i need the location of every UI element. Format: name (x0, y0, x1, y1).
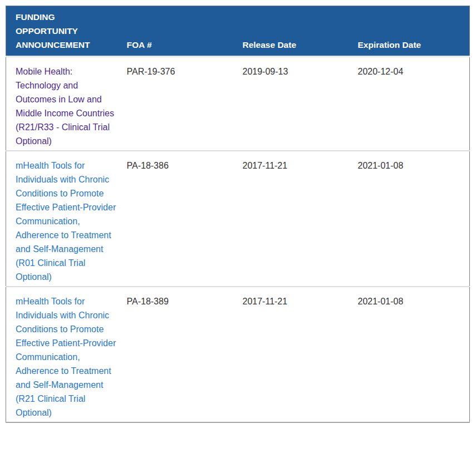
expiration-date-cell: 2021-01-08 (349, 287, 470, 422)
foa-title-cell: mHealth Tools for Individuals with Chron… (6, 287, 117, 422)
foa-title-cell: mHealth Tools for Individuals with Chron… (6, 151, 117, 287)
release-date-cell: 2017-11-21 (233, 287, 349, 422)
column-header-release-date: Release Date (233, 6, 349, 57)
table-body: Mobile Health: Technology and Outcomes i… (6, 57, 470, 423)
foa-title-link[interactable]: mHealth Tools for Individuals with Chron… (16, 294, 117, 420)
column-header-foa-number: FOA # (117, 6, 233, 57)
column-header-funding-opportunity-announcement: FUNDING OPPORTUNITY ANNOUNCEMENT (6, 6, 117, 57)
expiration-date-cell: 2021-01-08 (349, 151, 470, 287)
expiration-date-cell: 2020-12-04 (349, 57, 470, 151)
foa-title-link[interactable]: Mobile Health: Technology and Outcomes i… (16, 65, 117, 148)
page: FUNDING OPPORTUNITY ANNOUNCEMENT FOA # R… (0, 0, 476, 453)
foa-title-link[interactable]: mHealth Tools for Individuals with Chron… (16, 159, 117, 284)
foa-title-cell: Mobile Health: Technology and Outcomes i… (6, 57, 117, 151)
table-row: Mobile Health: Technology and Outcomes i… (6, 57, 470, 151)
foa-number-cell: PA-18-389 (117, 287, 233, 422)
foa-number-cell: PAR-19-376 (117, 57, 233, 151)
funding-opportunity-table: FUNDING OPPORTUNITY ANNOUNCEMENT FOA # R… (6, 6, 470, 423)
table-row: mHealth Tools for Individuals with Chron… (6, 287, 470, 422)
table-row: mHealth Tools for Individuals with Chron… (6, 151, 470, 287)
foa-number-cell: PA-18-386 (117, 151, 233, 287)
release-date-cell: 2017-11-21 (233, 151, 349, 287)
header-row: FUNDING OPPORTUNITY ANNOUNCEMENT FOA # R… (6, 6, 470, 57)
table-header: FUNDING OPPORTUNITY ANNOUNCEMENT FOA # R… (6, 6, 470, 57)
release-date-cell: 2019-09-13 (233, 57, 349, 151)
column-header-expiration-date: Expiration Date (349, 6, 470, 57)
